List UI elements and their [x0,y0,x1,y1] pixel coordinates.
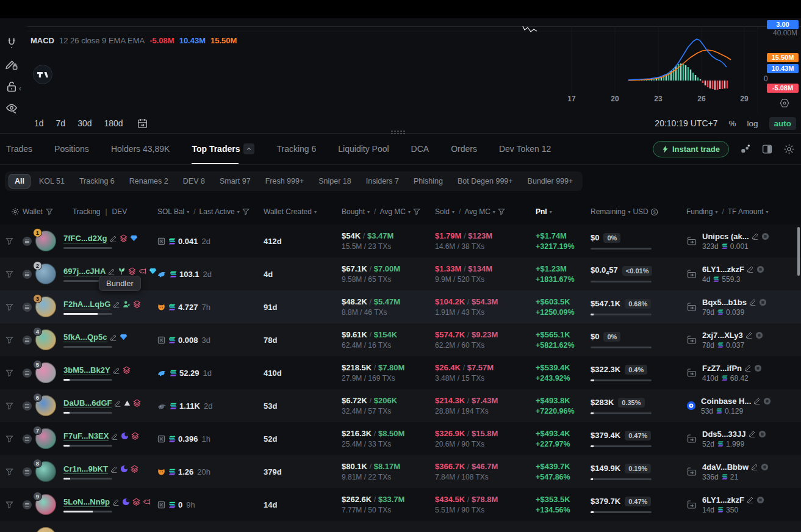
chip-fresh-999-[interactable]: Fresh 999+ [259,174,311,189]
avatar[interactable]: 4 [35,329,56,350]
wallet-address[interactable]: DaUB...6dGF [63,398,112,408]
range-30d[interactable]: 30d [77,118,92,128]
funding-name[interactable]: 6LY1...zkzF [702,495,744,505]
sold-filter-icon[interactable] [498,208,505,215]
scale-settings-icon[interactable] [779,98,790,109]
wallet-menu-icon[interactable] [22,467,32,477]
funding-edit-icon[interactable] [744,364,752,372]
funding-copy-icon[interactable] [763,397,771,405]
avatar[interactable]: 2 [35,264,56,284]
molecule-icon[interactable] [739,143,751,155]
wallet-menu-icon[interactable] [22,269,32,279]
funding-name[interactable]: Unipcs (ak... [702,232,749,241]
calendar-range-icon[interactable] [137,118,148,129]
log-toggle[interactable]: log [747,119,758,128]
wallet-menu-icon[interactable] [22,302,32,312]
chip-sniper-18[interactable]: Sniper 18 [312,174,357,189]
avatar[interactable]: 3 [35,297,56,317]
col-sol-bal[interactable]: SOL Bal▾/ Last Active▾ [157,207,264,216]
lock-open-icon[interactable] [5,81,18,93]
funding-copy-icon[interactable] [759,298,767,306]
col-dev[interactable]: DEV [112,207,128,216]
wallet-menu-icon[interactable] [22,368,32,378]
tab-tracking-6[interactable]: Tracking 6 [276,134,316,164]
tab-orders[interactable]: Orders [451,134,477,164]
avatar[interactable]: 1 [35,231,56,251]
col-funding[interactable]: Funding▾/ TF Amount▾ [686,207,801,216]
toolbar-collapse-icon[interactable]: ‹ [19,84,21,93]
row-filter-icon[interactable] [5,435,13,443]
funding-edit-icon[interactable] [747,496,754,503]
active-filter-icon[interactable] [242,208,250,215]
tab-positions[interactable]: Positions [54,134,89,164]
pencil-icon[interactable] [114,400,121,407]
funding-edit-icon[interactable] [752,232,759,240]
wallet-address[interactable]: Cr1n...9bKT [63,464,108,474]
instant-trade-button[interactable]: Instant trade [653,141,729,157]
funding-copy-icon[interactable] [756,265,764,273]
chip-phishing[interactable]: Phishing [408,174,449,189]
chip-bundler-999-[interactable]: Bundler 999+ [522,174,580,189]
funding-copy-icon[interactable] [754,364,762,372]
funding-edit-icon[interactable] [749,298,756,306]
chip-insiders-7[interactable]: Insiders 7 [360,174,405,189]
col-bought[interactable]: Bought▾/ Avg MC▾ [342,207,435,216]
chip-tracking-6[interactable]: Tracking 6 [73,174,121,189]
funding-name[interactable]: Dds5...33JJ [702,430,746,439]
avatar[interactable]: 6 [35,395,56,416]
pencil-icon[interactable] [112,498,120,506]
chip-renames-2[interactable]: Renames 2 [123,174,174,189]
funding-name[interactable]: FzZ7...ifPn [702,364,742,373]
wallet-menu-icon[interactable] [22,401,32,411]
avatar[interactable]: 8 [35,461,56,482]
col-pnl[interactable]: Pnl▾ [536,207,591,216]
tab-holders-43-89k[interactable]: Holders 43,89K [111,134,170,164]
bought-filter-icon[interactable] [413,208,420,215]
col-remaining[interactable]: Remaining▾ USD $ [591,207,686,216]
row-filter-icon[interactable] [5,336,13,344]
time-axis[interactable]: 1720232629 [27,95,756,106]
wallet-menu-icon[interactable] [22,434,32,444]
avatar[interactable]: 5 [35,362,56,383]
tab-trades[interactable]: Trades [6,134,32,164]
wallet-menu-icon[interactable] [22,335,32,345]
funding-edit-icon[interactable] [747,265,754,273]
hide-drawings-icon[interactable] [5,102,18,115]
funding-name[interactable]: Bqx5...b1bs [702,298,747,307]
avatar[interactable] [35,527,56,532]
range-7d[interactable]: 7d [56,118,66,128]
funding-copy-icon[interactable] [761,232,769,240]
pencil-icon[interactable] [113,301,120,308]
funding-edit-icon[interactable] [751,463,758,470]
funding-name[interactable]: 4daV...Bbbw [702,462,749,472]
chip-dev-8[interactable]: DEV 8 [177,174,211,189]
panel-layout-icon[interactable] [761,143,773,155]
range-180d[interactable]: 180d [104,118,123,128]
wallet-address[interactable]: 697j...cJHA [63,267,106,276]
col-wallet-created[interactable]: Wallet Created▾ [264,207,342,216]
wallet-address[interactable]: 3bM5...Bk2Y [63,365,110,375]
usd-sol-toggle-icon[interactable]: $ [650,208,658,216]
wallet-address[interactable]: F7uF...N3EX [63,431,109,441]
funding-name[interactable]: Coinbase H... [701,397,751,406]
chip-kol-51[interactable]: KOL 51 [33,174,71,189]
funding-copy-icon[interactable] [755,331,763,339]
pencil-icon[interactable] [110,235,117,242]
tab-top-traders[interactable]: Top Traders [192,134,254,164]
chip-bot-degen-999-[interactable]: Bot Degen 999+ [451,174,519,189]
wallet-address[interactable]: 5LoN...Nn9p [63,497,110,507]
wallet-address[interactable]: 5fkA...Qp5c [63,332,107,342]
wallet-menu-icon[interactable] [22,236,32,246]
auto-toggle[interactable]: auto [769,117,797,130]
settings-gear-icon[interactable] [783,143,795,155]
funding-copy-icon[interactable] [756,496,764,504]
funding-copy-icon[interactable] [761,463,769,471]
wallet-address[interactable]: 7fFC...d2Xg [63,234,107,243]
row-filter-icon[interactable] [5,468,13,476]
wallet-filter-icon[interactable] [46,208,53,215]
avatar[interactable]: 7 [35,428,56,449]
pencil-icon[interactable] [110,334,117,341]
draw-lock-icon[interactable] [5,59,18,71]
funding-name[interactable]: 2xj7...XLy3 [702,331,743,340]
row-filter-icon[interactable] [5,501,13,509]
